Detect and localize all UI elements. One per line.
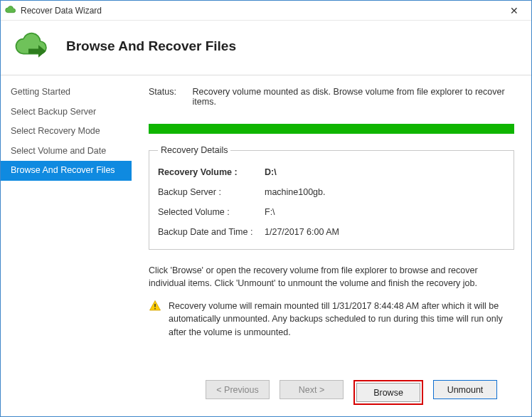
backup-server-value: machine100gb. [265, 187, 325, 197]
sidebar-item-browse-recover[interactable]: Browse And Recover Files [1, 161, 132, 181]
close-button[interactable]: ✕ [501, 5, 527, 16]
svg-rect-0 [154, 304, 156, 307]
sidebar-item-select-backup-server[interactable]: Select Backup Server [1, 102, 132, 122]
recovery-volume-label: Recovery Volume : [158, 167, 265, 177]
progress-bar [149, 124, 514, 134]
cloud-icon [5, 5, 16, 16]
sidebar-item-getting-started[interactable]: Getting Started [1, 83, 132, 102]
browse-button-highlight: Browse [353, 380, 423, 405]
unmount-button[interactable]: Unmount [433, 380, 497, 399]
svg-rect-1 [154, 308, 156, 310]
warning-icon [149, 300, 161, 312]
backup-datetime-label: Backup Date and Time : [158, 227, 265, 237]
warning-text: Recovery volume will remain mounted till… [169, 300, 514, 338]
wizard-window: Recover Data Wizard ✕ Browse And Recover… [0, 0, 532, 417]
selected-volume-label: Selected Volume : [158, 207, 265, 217]
backup-server-label: Backup Server : [158, 187, 265, 197]
wizard-footer: < Previous Next > Browse Unmount [149, 373, 514, 416]
backup-datetime-value: 1/27/2017 6:00 AM [265, 227, 339, 237]
sidebar-item-select-recovery-mode[interactable]: Select Recovery Mode [1, 122, 132, 142]
wizard-sidebar: Getting Started Select Backup Server Sel… [1, 75, 132, 416]
wizard-body: Getting Started Select Backup Server Sel… [1, 75, 531, 416]
instruction-text: Click 'Browse' or open the recovery volu… [149, 264, 514, 290]
recovery-details-legend: Recovery Details [158, 145, 230, 155]
status-row: Status: Recovery volume mounted as disk.… [149, 87, 514, 107]
detail-recovery-volume: Recovery Volume : D:\ [158, 162, 505, 182]
wizard-main: Status: Recovery volume mounted as disk.… [132, 75, 531, 416]
wizard-header: Browse And Recover Files [1, 21, 531, 75]
status-text: Recovery volume mounted as disk. Browse … [193, 87, 514, 107]
recovery-volume-value: D:\ [265, 167, 277, 177]
cloud-recover-icon [14, 31, 53, 62]
detail-backup-datetime: Backup Date and Time : 1/27/2017 6:00 AM [158, 222, 505, 242]
window-title: Recover Data Wizard [21, 6, 501, 16]
browse-button[interactable]: Browse [356, 383, 420, 402]
previous-button: < Previous [206, 380, 270, 399]
detail-backup-server: Backup Server : machine100gb. [158, 182, 505, 202]
recovery-details-group: Recovery Details Recovery Volume : D:\ B… [149, 145, 514, 250]
page-title: Browse And Recover Files [66, 38, 236, 54]
warning-row: Recovery volume will remain mounted till… [149, 300, 514, 338]
next-button: Next > [280, 380, 344, 399]
status-label: Status: [149, 87, 183, 107]
sidebar-item-select-volume-date[interactable]: Select Volume and Date [1, 142, 132, 162]
titlebar: Recover Data Wizard ✕ [1, 1, 531, 21]
selected-volume-value: F:\ [265, 207, 275, 217]
detail-selected-volume: Selected Volume : F:\ [158, 202, 505, 222]
